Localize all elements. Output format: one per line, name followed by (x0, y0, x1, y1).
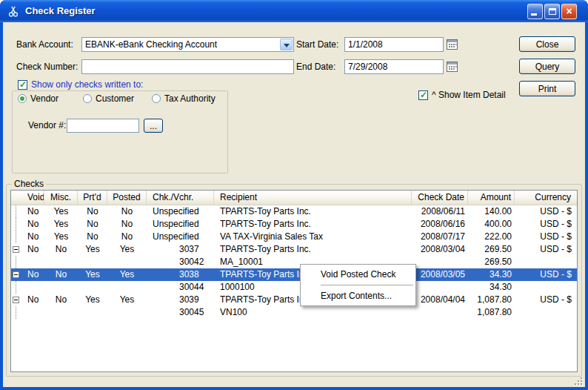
check-row[interactable]: 30042MA_10001269.50 (11, 256, 577, 268)
cell-amount: 400.00 (468, 218, 515, 231)
column-header-recipient[interactable]: Recipient (214, 191, 412, 205)
radio-tax-authority-label[interactable]: Tax Authority (164, 93, 216, 104)
menu-item-void-posted-check[interactable]: Void Posted Check (301, 265, 415, 283)
tree-line (16, 231, 16, 243)
app-icon (7, 5, 19, 17)
cell-recipient: VN100 (214, 306, 412, 319)
print-button[interactable]: Print (519, 81, 575, 96)
show-only-label[interactable]: Show only checks written to: (31, 79, 143, 90)
cell-posted: No (107, 218, 147, 231)
cell-check_date: 2008/03/04 (412, 243, 468, 256)
cell-currency: USD - $ (515, 243, 578, 256)
cell-void: No (11, 205, 44, 218)
cell-amount: 34.30 (468, 281, 515, 294)
vendor-number-input[interactable] (67, 119, 139, 133)
end-date-input[interactable] (344, 59, 444, 74)
end-date-calendar-button[interactable] (447, 61, 458, 73)
cell-misc (44, 256, 78, 268)
cell-void: No (11, 268, 44, 281)
end-date-label: End Date: (296, 59, 335, 74)
close-icon: × (562, 4, 576, 19)
start-date-input[interactable] (344, 37, 444, 52)
column-header-prtd[interactable]: Prt'd (78, 191, 107, 205)
vendor-lookup-button[interactable]: ... (144, 119, 163, 133)
checks-table[interactable]: VoidMisc.Prt'dPostedChk./Vchr.RecipientC… (10, 190, 578, 372)
cell-prtd: Yes (78, 294, 107, 306)
check-row[interactable]: NoYesNoNoUnspecifiedTPARTS-Toy Parts Inc… (11, 218, 577, 231)
cell-currency: USD - $ (515, 268, 578, 281)
check-number-input[interactable] (81, 59, 294, 74)
start-date-calendar-button[interactable] (447, 39, 458, 50)
check-row[interactable]: 30045VN1001,087.80 (11, 306, 577, 319)
dialog-client-area: Bank Account: EBANK-eBank Checking Accou… (3, 22, 585, 387)
menu-item-export-contents[interactable]: Export Contents... (301, 287, 415, 305)
bank-account-label: Bank Account: (16, 37, 73, 52)
cell-posted: No (107, 231, 147, 243)
cell-void: No (11, 231, 44, 243)
void-value: No (27, 231, 39, 242)
cell-posted (107, 281, 147, 294)
tree-collapse-icon[interactable] (13, 246, 19, 253)
cell-recipient: VA TAX-Virginia Sales Tax (214, 231, 412, 243)
cell-amount: 269.50 (468, 243, 515, 256)
bank-account-select[interactable]: EBANK-eBank Checking Account (81, 37, 294, 52)
check-row[interactable]: NoYesNoNoUnspecifiedVA TAX-Virginia Sale… (11, 231, 577, 243)
column-header-currency[interactable]: Currency (515, 191, 578, 205)
show-item-detail-checkbox[interactable] (418, 90, 428, 100)
cell-prtd: Yes (78, 243, 107, 256)
cell-misc: Yes (44, 205, 78, 218)
cell-misc (44, 281, 78, 294)
cell-check_date: 2008/04/04 (412, 294, 468, 306)
check-row[interactable]: NoNoYesYes3037TPARTS-Toy Parts Inc.2008/… (11, 243, 577, 256)
show-item-detail-label[interactable]: ^ Show Item Detail (432, 90, 506, 101)
cell-misc: No (44, 268, 78, 281)
cell-misc: Yes (44, 218, 78, 231)
minimize-button[interactable] (527, 4, 543, 19)
check-row[interactable]: NoNoYesYes3039TPARTS-Toy Parts Inc.2008/… (11, 294, 577, 306)
cell-check_date: 2008/06/16 (412, 218, 468, 231)
check-row[interactable]: NoNoYesYes3038TPARTS-Toy Parts Inc.2008/… (11, 268, 577, 281)
cell-currency (515, 281, 578, 294)
void-value: No (27, 294, 39, 305)
column-header-void[interactable]: Void (11, 191, 44, 205)
radio-customer[interactable] (83, 94, 92, 103)
cell-posted: Yes (107, 268, 147, 281)
cell-misc: No (44, 243, 78, 256)
column-header-amount[interactable]: Amount (468, 191, 515, 205)
column-header-check_date[interactable]: Check Date (412, 191, 468, 205)
radio-vendor-label[interactable]: Vendor (30, 93, 59, 104)
query-button[interactable]: Query (519, 59, 575, 74)
cell-recipient: TPARTS-Toy Parts Inc. (214, 243, 412, 256)
cell-void (11, 306, 44, 319)
column-header-posted[interactable]: Posted (107, 191, 147, 205)
tree-collapse-icon[interactable] (13, 297, 19, 303)
resize-grip[interactable] (574, 377, 584, 386)
combo-dropdown-arrow-icon[interactable] (280, 39, 293, 50)
radio-tax-authority[interactable] (152, 94, 161, 103)
menu-separator (321, 285, 413, 285)
tree-line (16, 306, 16, 319)
cell-check_date: 2008/07/17 (412, 231, 468, 243)
check-row[interactable]: NoYesNoNoUnspecifiedTPARTS-Toy Parts Inc… (11, 205, 577, 218)
show-only-checkbox[interactable] (18, 80, 27, 90)
void-value: No (27, 219, 39, 229)
cell-prtd (78, 306, 107, 319)
close-window-button[interactable]: × (561, 4, 577, 19)
radio-vendor[interactable] (18, 94, 27, 103)
cell-chk: 3039 (147, 294, 214, 306)
column-header-chk[interactable]: Chk./Vchr. (147, 191, 214, 205)
maximize-button[interactable] (544, 4, 560, 19)
cell-void: No (11, 294, 44, 306)
radio-customer-label[interactable]: Customer (96, 93, 134, 104)
cell-currency: USD - $ (515, 205, 578, 218)
titlebar[interactable]: Check Register × (0, 0, 588, 22)
close-button[interactable]: Close (519, 36, 575, 52)
resize-grip-icon (574, 377, 584, 386)
check-row[interactable]: 30044100010034.30 (11, 281, 577, 294)
tree-collapse-icon[interactable] (13, 271, 19, 278)
checks-table-body: NoYesNoNoUnspecifiedTPARTS-Toy Parts Inc… (11, 205, 577, 319)
cell-posted: Yes (107, 294, 147, 306)
maximize-icon (549, 8, 556, 15)
cell-currency (515, 306, 578, 319)
column-header-misc[interactable]: Misc. (44, 191, 78, 205)
